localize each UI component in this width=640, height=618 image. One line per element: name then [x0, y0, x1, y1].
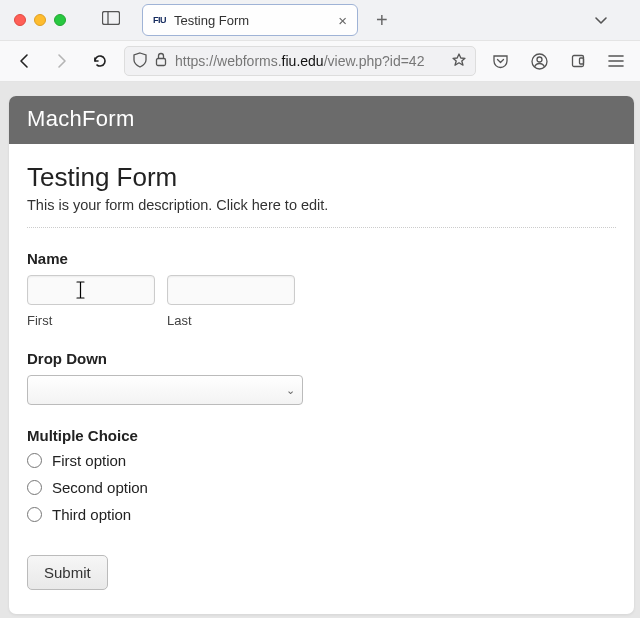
svg-point-4 [537, 57, 542, 62]
brand-header: MachForm [9, 96, 634, 144]
sidebar-toggle-button[interactable] [98, 7, 124, 33]
back-button[interactable] [10, 49, 38, 73]
address-bar[interactable]: https://webforms.fiu.edu/view.php?id=42 [124, 46, 476, 76]
radio-label-1: First option [52, 452, 126, 469]
shield-icon [133, 52, 147, 71]
svg-rect-5 [573, 56, 584, 67]
radio-input-3[interactable] [27, 507, 42, 522]
window-titlebar: FIU Testing Form × + [0, 0, 640, 40]
maximize-window-button[interactable] [54, 14, 66, 26]
first-name-input[interactable] [27, 275, 155, 305]
svg-rect-0 [103, 12, 120, 25]
first-sublabel: First [27, 313, 155, 328]
submit-button[interactable]: Submit [27, 555, 108, 590]
name-label: Name [27, 250, 616, 267]
tab-favicon: FIU [153, 15, 166, 25]
radio-option-3[interactable]: Third option [27, 506, 616, 523]
lock-icon [155, 52, 167, 70]
tab-title: Testing Form [174, 13, 330, 28]
multiple-choice-group: Multiple Choice First option Second opti… [27, 427, 616, 523]
browser-tab[interactable]: FIU Testing Form × [142, 4, 358, 36]
browser-toolbar: https://webforms.fiu.edu/view.php?id=42 [0, 40, 640, 82]
form-body: Testing Form This is your form descripti… [9, 144, 634, 614]
extensions-icon[interactable] [564, 49, 592, 73]
radio-option-1[interactable]: First option [27, 452, 616, 469]
form-card: MachForm Testing Form This is your form … [9, 96, 634, 614]
radio-label-3: Third option [52, 506, 131, 523]
bookmark-star-icon[interactable] [451, 52, 467, 71]
new-tab-button[interactable]: + [376, 9, 388, 32]
radio-input-1[interactable] [27, 453, 42, 468]
close-window-button[interactable] [14, 14, 26, 26]
pocket-icon[interactable] [486, 49, 515, 73]
minimize-window-button[interactable] [34, 14, 46, 26]
multiple-choice-label: Multiple Choice [27, 427, 616, 444]
page-viewport: MachForm Testing Form This is your form … [0, 82, 640, 618]
traffic-lights [14, 14, 66, 26]
page-title: Testing Form [27, 162, 616, 193]
name-field-group: Name First Last [27, 250, 616, 328]
account-icon[interactable] [525, 49, 554, 74]
reload-button[interactable] [86, 49, 114, 73]
tabs-overflow-button[interactable] [594, 11, 608, 29]
dropdown-select[interactable] [27, 375, 303, 405]
last-sublabel: Last [167, 313, 295, 328]
svg-rect-2 [157, 59, 166, 66]
forward-button[interactable] [48, 49, 76, 73]
dropdown-field-group: Drop Down ⌄ [27, 350, 616, 405]
svg-rect-6 [580, 58, 584, 64]
radio-option-2[interactable]: Second option [27, 479, 616, 496]
last-name-input[interactable] [167, 275, 295, 305]
menu-icon[interactable] [602, 50, 630, 72]
radio-label-2: Second option [52, 479, 148, 496]
url-text: https://webforms.fiu.edu/view.php?id=42 [175, 53, 443, 69]
radio-input-2[interactable] [27, 480, 42, 495]
dropdown-label: Drop Down [27, 350, 616, 367]
form-description[interactable]: This is your form description. Click her… [27, 197, 616, 228]
close-tab-button[interactable]: × [338, 12, 347, 29]
